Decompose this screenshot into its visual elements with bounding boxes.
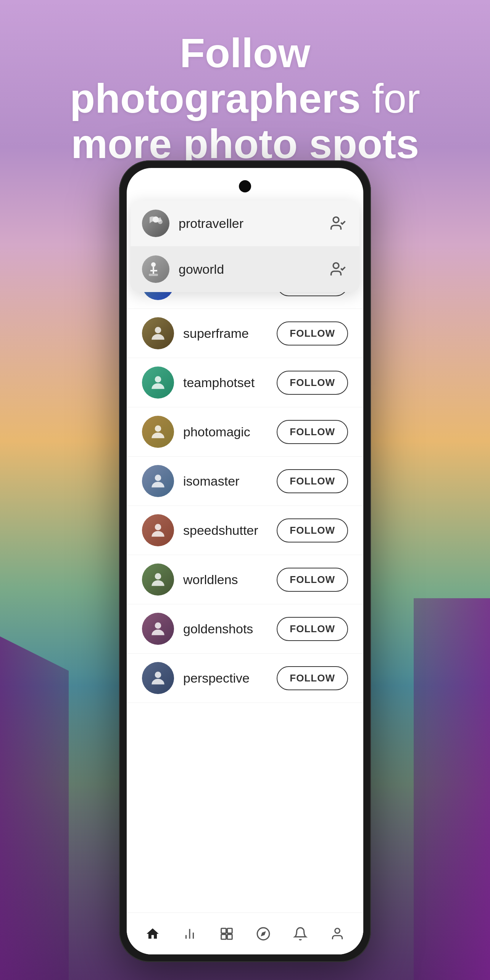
avatar bbox=[142, 662, 174, 694]
username: speedshutter bbox=[183, 523, 268, 538]
hero-section: Follow photographers for more photo spot… bbox=[0, 31, 490, 166]
svg-rect-27 bbox=[149, 274, 158, 276]
list-item: speedshutter FOLLOW bbox=[127, 506, 363, 555]
nav-notifications[interactable] bbox=[285, 919, 316, 949]
following-icon bbox=[328, 259, 348, 279]
list-item: perspective FOLLOW bbox=[127, 654, 363, 703]
nav-stats[interactable] bbox=[174, 919, 205, 949]
svg-point-23 bbox=[333, 217, 339, 223]
username: photomagic bbox=[183, 425, 268, 439]
hero-line3: more photo spots bbox=[71, 121, 419, 167]
svg-point-7 bbox=[155, 524, 161, 530]
svg-rect-14 bbox=[221, 928, 226, 933]
svg-rect-16 bbox=[221, 934, 226, 939]
svg-point-28 bbox=[333, 263, 339, 269]
dropdown-item-goworld[interactable]: goworld bbox=[131, 246, 359, 292]
follow-button[interactable]: FOLLOW bbox=[277, 617, 348, 641]
username: teamphotset bbox=[183, 375, 268, 390]
avatar-image bbox=[142, 255, 169, 283]
list-item: worldlens FOLLOW bbox=[127, 555, 363, 604]
follow-button[interactable]: FOLLOW bbox=[277, 568, 348, 592]
follow-button[interactable]: FOLLOW bbox=[277, 469, 348, 493]
flowers-left-decoration bbox=[0, 636, 69, 980]
flowers-right-decoration bbox=[414, 598, 490, 980]
dropdown-item-protraveller[interactable]: protraveller bbox=[131, 200, 359, 246]
username: isomaster bbox=[183, 474, 268, 489]
username: perspective bbox=[183, 671, 268, 686]
svg-point-8 bbox=[155, 573, 161, 580]
svg-point-4 bbox=[155, 376, 161, 383]
hero-line2-light: for bbox=[361, 75, 420, 121]
svg-point-5 bbox=[155, 425, 161, 432]
svg-point-9 bbox=[155, 622, 161, 629]
phone-screen: Search users SUGGESTIONS bbox=[127, 168, 363, 954]
svg-rect-15 bbox=[227, 928, 232, 933]
svg-point-20 bbox=[335, 928, 340, 933]
list-item: superframe FOLLOW bbox=[127, 309, 363, 358]
phone-mockup: Search users SUGGESTIONS bbox=[119, 160, 371, 962]
avatar-image bbox=[142, 210, 169, 237]
avatar-image bbox=[142, 563, 174, 596]
list-item: teamphotset FOLLOW bbox=[127, 358, 363, 407]
user-list: seriousshots FOLLOW superframe bbox=[127, 260, 363, 912]
svg-point-10 bbox=[155, 672, 161, 678]
svg-point-24 bbox=[151, 262, 156, 267]
avatar bbox=[142, 255, 169, 283]
avatar-image bbox=[142, 366, 174, 399]
avatar bbox=[142, 465, 174, 497]
username: goldenshots bbox=[183, 622, 268, 636]
avatar-image bbox=[142, 514, 174, 546]
nav-discover[interactable] bbox=[248, 919, 279, 949]
avatar-image bbox=[142, 416, 174, 448]
avatar-image bbox=[142, 465, 174, 497]
username: protraveller bbox=[179, 216, 319, 231]
svg-point-6 bbox=[155, 475, 161, 481]
hero-line2-bold: photographers bbox=[70, 75, 361, 121]
avatar-image bbox=[142, 662, 174, 694]
bottom-navigation bbox=[127, 912, 363, 954]
follow-button[interactable]: FOLLOW bbox=[277, 666, 348, 690]
svg-point-3 bbox=[155, 327, 161, 333]
username: superframe bbox=[183, 326, 268, 341]
avatar bbox=[142, 514, 174, 546]
svg-point-22 bbox=[158, 220, 163, 224]
phone-frame: Search users SUGGESTIONS bbox=[119, 160, 371, 962]
avatar bbox=[142, 563, 174, 596]
avatar bbox=[142, 416, 174, 448]
username: goworld bbox=[179, 262, 319, 277]
nav-layers[interactable] bbox=[211, 919, 242, 949]
svg-marker-19 bbox=[261, 931, 266, 936]
follow-button[interactable]: FOLLOW bbox=[277, 518, 348, 542]
username: worldlens bbox=[183, 572, 268, 587]
follow-button[interactable]: FOLLOW bbox=[277, 420, 348, 444]
list-item: photomagic FOLLOW bbox=[127, 407, 363, 457]
svg-rect-17 bbox=[227, 934, 232, 939]
avatar bbox=[142, 613, 174, 645]
avatar bbox=[142, 210, 169, 237]
avatar-image bbox=[142, 317, 174, 349]
avatar bbox=[142, 317, 174, 349]
avatar bbox=[142, 366, 174, 399]
avatar-image bbox=[142, 613, 174, 645]
hero-line1: Follow bbox=[180, 30, 310, 76]
search-dropdown: protraveller bbox=[131, 200, 359, 292]
nav-home[interactable] bbox=[137, 919, 168, 949]
list-item: goldenshots FOLLOW bbox=[127, 604, 363, 654]
follow-button[interactable]: FOLLOW bbox=[277, 371, 348, 395]
camera-hole bbox=[239, 180, 251, 192]
list-item: isomaster FOLLOW bbox=[127, 457, 363, 506]
following-icon bbox=[328, 213, 348, 233]
nav-profile[interactable] bbox=[322, 919, 353, 949]
follow-button[interactable]: FOLLOW bbox=[277, 321, 348, 346]
